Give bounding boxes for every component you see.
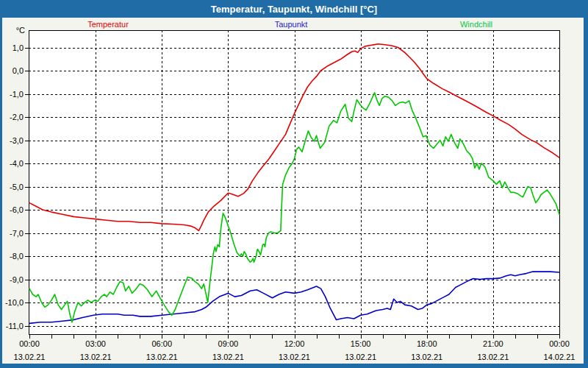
svg-text:06:00: 06:00	[151, 339, 172, 348]
line-chart: 1,00,0-1,0-2,0-3,0-4,0-5,0-6,0-7,0-8,0-9…	[0, 0, 588, 368]
svg-text:-10,0: -10,0	[5, 298, 24, 307]
svg-text:12:00: 12:00	[284, 339, 305, 348]
svg-text:13.02.21: 13.02.21	[345, 353, 376, 361]
svg-text:13.02.21: 13.02.21	[477, 353, 509, 361]
svg-text:-5,0: -5,0	[10, 183, 24, 191]
svg-text:-4,0: -4,0	[10, 159, 24, 168]
svg-text:03:00: 03:00	[85, 339, 106, 348]
svg-text:-7,0: -7,0	[10, 229, 24, 238]
y-axis-unit-label: °C	[16, 26, 25, 35]
svg-text:-1,0: -1,0	[10, 90, 24, 99]
svg-text:00:00: 00:00	[19, 339, 40, 348]
svg-text:21:00: 21:00	[483, 339, 503, 348]
svg-text:1,0: 1,0	[12, 43, 24, 52]
svg-text:13.02.21: 13.02.21	[212, 353, 244, 361]
svg-text:13.02.21: 13.02.21	[279, 353, 310, 361]
svg-text:-11,0: -11,0	[6, 322, 24, 330]
svg-text:-3,0: -3,0	[10, 136, 24, 145]
chart-window: Temperatur, Taupunkt, Windchill [°C] Tem…	[0, 0, 588, 368]
svg-text:09:00: 09:00	[218, 339, 239, 348]
svg-text:00:00: 00:00	[549, 339, 570, 348]
svg-text:13.02.21: 13.02.21	[146, 353, 178, 361]
svg-text:14.02.21: 14.02.21	[544, 353, 576, 361]
svg-text:13.02.21: 13.02.21	[14, 353, 46, 361]
svg-text:13.02.21: 13.02.21	[80, 353, 112, 361]
svg-text:0,0: 0,0	[12, 66, 24, 75]
x-axis-labels: 00:0013.02.2103:0013.02.2106:0013.02.210…	[14, 339, 576, 361]
svg-text:-6,0: -6,0	[10, 205, 24, 214]
svg-text:-8,0: -8,0	[10, 252, 24, 261]
svg-text:-9,0: -9,0	[10, 275, 24, 284]
svg-text:13.02.21: 13.02.21	[411, 353, 442, 361]
chart-canvas-area: Temperatur, Taupunkt, Windchill [°C] Tem…	[0, 0, 588, 368]
svg-text:-2,0: -2,0	[10, 113, 24, 121]
svg-text:18:00: 18:00	[417, 339, 437, 348]
plot-area	[29, 30, 560, 335]
y-axis-labels: 1,00,0-1,0-2,0-3,0-4,0-5,0-6,0-7,0-8,0-9…	[5, 43, 24, 330]
svg-text:15:00: 15:00	[351, 339, 371, 348]
